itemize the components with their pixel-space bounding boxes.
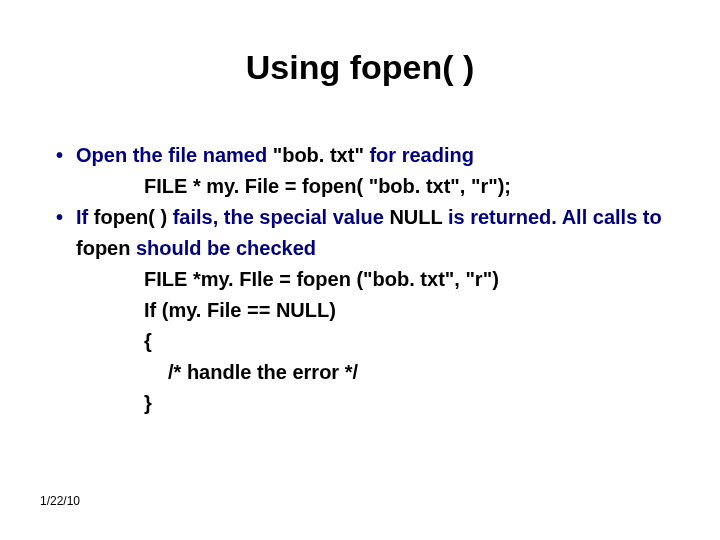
- bullet-text: If fopen( ) fails, the special value NUL…: [76, 202, 680, 264]
- text-frag: fopen( ): [94, 206, 167, 228]
- bullet-item: • If fopen( ) fails, the special value N…: [56, 202, 680, 264]
- bullet-dot-icon: •: [56, 140, 76, 171]
- slide-body: • Open the file named "bob. txt" for rea…: [56, 140, 680, 419]
- bullet-dot-icon: •: [56, 202, 76, 233]
- text-frag: should be checked: [130, 237, 316, 259]
- text-frag: for reading: [364, 144, 474, 166]
- text-frag: is returned. All calls to: [442, 206, 661, 228]
- text-frag: "bob. txt": [273, 144, 364, 166]
- text-frag: NULL: [389, 206, 442, 228]
- bullet-text: Open the file named "bob. txt" for readi…: [76, 140, 680, 171]
- code-line: FILE *my. FIle = fopen ("bob. txt", "r"): [56, 264, 680, 295]
- code-line: {: [56, 326, 680, 357]
- code-line: If (my. File == NULL): [56, 295, 680, 326]
- code-line: FILE * my. File = fopen( "bob. txt", "r"…: [56, 171, 680, 202]
- text-frag: fopen: [76, 237, 130, 259]
- bullet-item: • Open the file named "bob. txt" for rea…: [56, 140, 680, 171]
- slide: Using fopen( ) • Open the file named "bo…: [0, 0, 720, 540]
- code-line: }: [56, 388, 680, 419]
- text-frag: If: [76, 206, 94, 228]
- code-line: /* handle the error */: [56, 357, 680, 388]
- text-frag: fails, the special value: [167, 206, 389, 228]
- text-frag: Open the file named: [76, 144, 273, 166]
- slide-title: Using fopen( ): [0, 48, 720, 87]
- footer-date: 1/22/10: [40, 494, 80, 508]
